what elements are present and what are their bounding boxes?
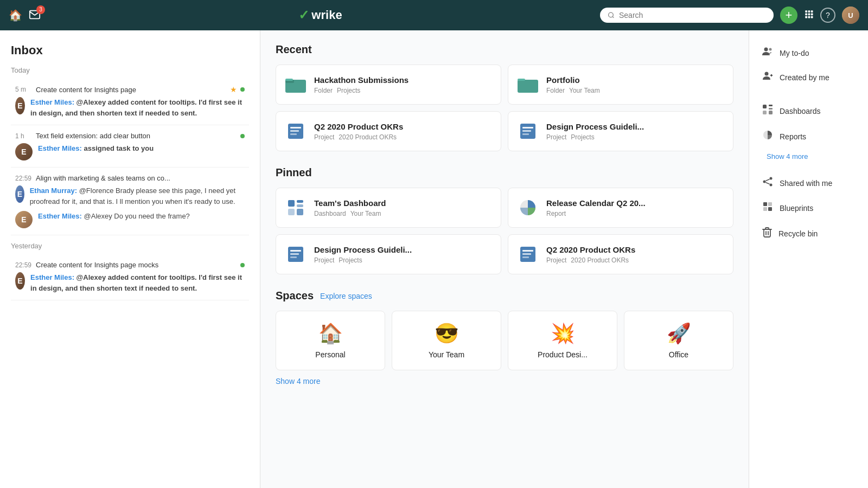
svg-rect-24 — [288, 200, 295, 207]
inbox-item[interactable]: 22:59 Create content for Insights page m… — [11, 254, 249, 300]
space-card-productdesi[interactable]: 💥 Product Desi... — [508, 311, 617, 370]
sidebar-label: Blueprints — [780, 204, 813, 213]
folder-icon — [285, 74, 307, 95]
grid-icon[interactable] — [804, 9, 814, 22]
card-meta: Project2020 Product OKRs — [314, 133, 492, 141]
dashboard-sidebar-icon — [762, 104, 773, 118]
unread-dot — [240, 134, 245, 138]
pinned-card[interactable]: Q2 2020 Product OKRs Project2020 Product… — [508, 234, 733, 274]
sidebar-item-reports[interactable]: Reports — [758, 124, 859, 149]
card-name: Portfolio — [546, 75, 724, 85]
pinned-card[interactable]: Team's Dashboard DashboardYour Team — [276, 188, 501, 228]
person-add-icon — [762, 71, 773, 84]
spaces-title: Spaces — [276, 290, 314, 302]
inbox-subject: Align with marketing & sales teams on co… — [36, 174, 245, 182]
svg-rect-18 — [290, 130, 299, 132]
svg-rect-3 — [808, 10, 810, 12]
card-name: Q2 2020 Product OKRs — [546, 245, 724, 254]
sidebar-item-blueprints[interactable]: Blueprints — [758, 196, 859, 220]
inbox-time: 5 m — [15, 86, 31, 93]
inbox-button[interactable]: 3 — [29, 9, 41, 22]
sidebar-label: Reports — [780, 132, 806, 141]
sidebar-show-more[interactable]: Show 4 more — [762, 150, 813, 163]
svg-point-40 — [765, 72, 769, 76]
wrike-logo: ✓ wrike — [298, 8, 342, 23]
pinned-card[interactable]: Release Calendar Q2 20... Report — [508, 188, 733, 228]
card-info: Portfolio FolderYour Team — [546, 75, 724, 94]
svg-rect-4 — [811, 10, 813, 12]
svg-rect-36 — [522, 253, 531, 255]
inbox-item[interactable]: 1 h Text field extension: add clear butt… — [11, 125, 249, 168]
space-card-personal[interactable]: 🏠 Personal — [276, 311, 385, 370]
card-info: Design Process Guideli... ProjectProject… — [314, 245, 492, 264]
sidebar-item-mytodo[interactable]: My to-do — [758, 41, 859, 65]
space-card-office[interactable]: 🚀 Office — [624, 311, 733, 370]
sidebar-item-sharedwithme[interactable]: Shared with me — [758, 171, 859, 195]
card-name: Release Calendar Q2 20... — [546, 198, 724, 208]
space-name: Personal — [315, 350, 345, 359]
sidebar-label: Recycle bin — [778, 229, 818, 238]
svg-point-51 — [770, 184, 773, 187]
svg-rect-17 — [290, 127, 301, 129]
svg-rect-2 — [805, 10, 807, 12]
explore-spaces-link[interactable]: Explore spaces — [320, 292, 372, 300]
home-icon[interactable]: 🏠 — [9, 9, 22, 22]
sidebar-item-createdbyme[interactable]: Created by me — [758, 66, 859, 89]
svg-rect-25 — [297, 200, 303, 203]
recent-card[interactable]: Portfolio FolderYour Team — [508, 65, 733, 105]
search-bar[interactable] — [600, 8, 774, 23]
unread-dot — [240, 263, 245, 267]
spaces-grid: 🏠 Personal 😎 Your Team 💥 Product Desi...… — [276, 311, 733, 370]
pinned-section: Pinned Team's Dashboard D — [276, 166, 733, 274]
search-icon — [608, 11, 615, 19]
project-icon — [517, 120, 539, 142]
card-name: Design Process Guideli... — [314, 245, 492, 254]
inbox-time: 22:59 — [15, 261, 31, 269]
inbox-item[interactable]: 5 m Create content for Insights page ★ E… — [11, 79, 249, 125]
date-today: Today — [11, 66, 249, 74]
recent-card[interactable]: Q2 2020 Product OKRs Project2020 Product… — [276, 111, 501, 151]
sidebar-label: Shared with me — [780, 179, 832, 188]
app-header: 🏠 3 ✓ wrike + ? — [0, 0, 868, 30]
recent-card[interactable]: Hackathon Submissions FolderProjects — [276, 65, 501, 105]
svg-rect-6 — [808, 13, 810, 15]
inbox-message: Esther Miles: @Alexey added content for … — [30, 272, 245, 293]
sidebar-item-dashboards[interactable]: Dashboards — [758, 99, 859, 123]
svg-rect-21 — [522, 127, 533, 129]
card-info: Q2 2020 Product OKRs Project2020 Product… — [314, 122, 492, 141]
svg-rect-37 — [522, 256, 529, 258]
add-button[interactable]: + — [780, 7, 797, 24]
report-icon — [517, 197, 539, 219]
svg-rect-31 — [290, 250, 301, 252]
card-info: Hackathon Submissions FolderProjects — [314, 75, 492, 94]
card-info: Release Calendar Q2 20... Report — [546, 198, 724, 217]
space-emoji: 🏠 — [318, 322, 343, 345]
spaces-show-more[interactable]: Show 4 more — [276, 377, 733, 386]
svg-rect-7 — [811, 13, 813, 15]
svg-rect-55 — [768, 202, 772, 206]
svg-rect-54 — [763, 202, 767, 206]
help-icon[interactable]: ? — [820, 8, 835, 23]
svg-rect-13 — [285, 79, 293, 81]
recent-grid: Hackathon Submissions FolderProjects Por… — [276, 65, 733, 151]
svg-rect-28 — [297, 209, 303, 215]
search-input[interactable] — [619, 11, 766, 20]
svg-rect-45 — [769, 108, 773, 110]
inbox-message: Ethan Murray: @Florence Brady please see… — [30, 185, 245, 207]
inbox-panel: Inbox Today 5 m Create content for Insig… — [0, 30, 260, 488]
right-sidebar: My to-do Created by me — [749, 30, 868, 488]
space-card-yourteam[interactable]: 😎 Your Team — [392, 311, 501, 370]
inbox-item[interactable]: 22:59 Align with marketing & sales teams… — [11, 168, 249, 235]
svg-rect-44 — [769, 105, 773, 106]
sidebar-label: My to-do — [780, 49, 809, 57]
sidebar-item-recyclebin[interactable]: Recycle bin — [758, 221, 859, 246]
dashboard-icon — [285, 197, 307, 219]
svg-line-1 — [612, 17, 614, 18]
inbox-subject: Text field extension: add clear button — [36, 132, 236, 140]
star-icon[interactable]: ★ — [230, 85, 237, 94]
card-name: Design Process Guideli... — [546, 122, 724, 131]
user-avatar[interactable]: U — [842, 7, 859, 24]
svg-rect-33 — [290, 256, 297, 258]
pinned-card[interactable]: Design Process Guideli... ProjectProject… — [276, 234, 501, 274]
recent-card[interactable]: Design Process Guideli... ProjectProject… — [508, 111, 733, 151]
